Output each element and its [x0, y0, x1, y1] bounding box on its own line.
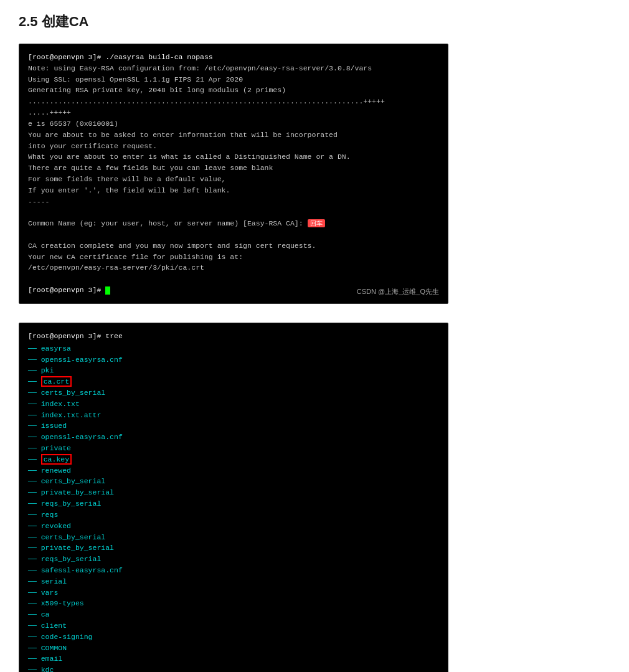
terminal1-line6: e is 65537 (0x010001): [28, 120, 118, 128]
terminal1-line1: Note: using Easy-RSA configuration from:…: [28, 64, 372, 72]
tree-ca-crt: ── ca.crt: [28, 376, 72, 387]
terminal1-line11: For some fields there will be a default …: [28, 175, 225, 183]
terminal2-command: tree: [101, 332, 123, 340]
tree-pki: ── pki: [28, 366, 54, 374]
terminal1-line13: -----: [28, 197, 50, 206]
tree-renewed-private: ── private_by_serial: [28, 488, 114, 496]
terminal1-line2: Using SSL: openssl OpenSSL 1.1.1g FIPS 2…: [28, 75, 243, 83]
terminal1-line10: There are quite a few fields but you can…: [28, 164, 273, 172]
tree-reqs: ── reqs: [28, 511, 58, 519]
tree-openssl-cnf: ── openssl-easyrsa.cnf: [28, 356, 123, 364]
tree-certs-by-serial-1: ── certs_by_serial: [28, 389, 105, 397]
tree-revoked-certs: ── certs_by_serial: [28, 533, 105, 541]
tree-issued: ── issued: [28, 422, 67, 430]
tree-openssl-easyrsa-cnf: ── openssl-easyrsa.cnf: [28, 433, 123, 441]
tree-revoked: ── revoked: [28, 522, 71, 530]
tree-renewed-certs: ── certs_by_serial: [28, 477, 105, 485]
page-title: 2.5 创建CA: [19, 12, 610, 31]
tree-renewed-reqs: ── reqs_by_serial: [28, 499, 101, 508]
tree-revoked-private: ── private_by_serial: [28, 544, 114, 552]
terminal1-line4: ........................................…: [28, 97, 385, 105]
tree-easyrsa: ── easyrsa: [28, 344, 71, 353]
terminal2-prompt: [root@openvpn 3]#: [28, 332, 101, 340]
terminal1-cn-prompt: Common Name (eg: your user, host, or ser…: [28, 219, 308, 227]
tree-vars: ── vars: [28, 589, 58, 597]
terminal1-line15: Your new CA certificate file for publish…: [28, 253, 243, 261]
terminal1-line8: into your certificate request.: [28, 142, 157, 150]
terminal1-prompt: [root@openvpn 3]#: [28, 53, 101, 61]
terminal1-line14: CA creation complete and you may now imp…: [28, 242, 316, 250]
terminal1-output: Note: using Easy-RSA configuration from:…: [28, 63, 439, 296]
tree-index-txt-attr: ── index.txt.attr: [28, 411, 101, 419]
terminal1-command-line: [root@openvpn 3]# ./easyrsa build-ca nop…: [28, 52, 439, 63]
terminal1-line9: What you are about to enter is what is c…: [28, 153, 351, 161]
terminal1-command: ./easyrsa build-ca nopass: [101, 53, 212, 61]
terminal1-return-key: 回车: [308, 219, 325, 227]
terminal1-end-prompt: [root@openvpn 3]#: [28, 286, 101, 294]
tree-renewed: ── renewed: [28, 466, 71, 475]
tree-index-txt: ── index.txt: [28, 400, 80, 408]
tree-x509-ca: ── ca: [28, 610, 50, 618]
tree-x509-client: ── client: [28, 622, 67, 630]
terminal1-line7: You are about to be asked to enter infor…: [28, 131, 338, 139]
tree-safessl: ── safessl-easyrsa.cnf: [28, 566, 123, 574]
terminal1-watermark: CSDN @上海_运维_Q先生: [357, 286, 439, 297]
terminal1-line16: /etc/openvpn/easy-rsa-server/3/pki/ca.cr…: [28, 263, 204, 272]
tree-private: ── private: [28, 444, 71, 452]
terminal1-line3: Generating RSA private key, 2048 bit lon…: [28, 86, 286, 94]
tree-revoked-reqs: ── reqs_by_serial: [28, 555, 101, 563]
tree-x509-code-signing: ── code-signing: [28, 633, 93, 641]
terminal2-tree-output: ── easyrsa ── openssl-easyrsa.cnf ── pki…: [28, 343, 439, 672]
tree-x509-types: ── x509-types: [28, 599, 84, 607]
terminal1-cursor: [105, 286, 110, 295]
terminal1-line12: If you enter '.', the field will be left…: [28, 186, 230, 194]
tree-x509-common: ── COMMON: [28, 644, 67, 652]
tree-x509-kdc: ── kdc: [28, 666, 54, 672]
terminal1-line5: .....+++++: [28, 108, 71, 116]
terminal-tree: [root@openvpn 3]# tree ── easyrsa ── ope…: [19, 323, 448, 672]
terminal-build-ca: [root@openvpn 3]# ./easyrsa build-ca nop…: [19, 44, 448, 304]
tree-serial: ── serial: [28, 577, 67, 585]
tree-x509-email: ── email: [28, 655, 62, 663]
tree-ca-key: ── ca.key: [28, 454, 72, 465]
terminal2-command-line: [root@openvpn 3]# tree: [28, 331, 439, 342]
